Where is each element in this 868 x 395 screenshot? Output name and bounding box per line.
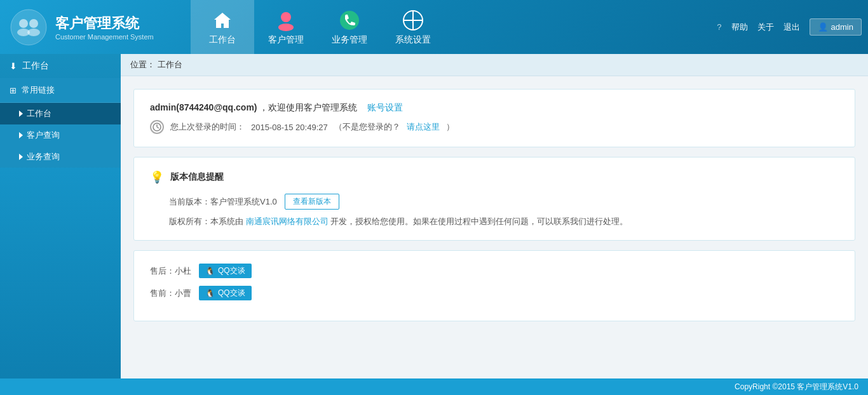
nav-customer-label: 客户管理 — [268, 34, 304, 46]
content-area: 位置： 工作台 admin(8744240@qq.com) ，欢迎使用客户管理系… — [121, 54, 868, 378]
welcome-user: admin(8744240@qq.com) — [150, 102, 257, 112]
breadcrumb-current: 工作台 — [158, 60, 182, 69]
app-title: 客户管理系统 — [55, 14, 154, 33]
clock-icon — [150, 120, 164, 134]
svg-point-2 — [29, 19, 38, 28]
sidebar-grid-icon: ⊞ — [10, 86, 17, 95]
sidebar-section: ⊞ 常用链接 工作台 客户查询 业务查询 — [0, 78, 121, 168]
aftersales-qq-button[interactable]: 🐧 QQ交谈 — [199, 264, 252, 278]
sidebar-item-customer-label: 客户查询 — [27, 130, 60, 141]
copyright-prefix: 版权所有：本系统由 — [169, 217, 243, 226]
breadcrumb: 位置： 工作台 — [121, 54, 868, 76]
help-link[interactable]: 帮助 — [731, 22, 748, 33]
svg-point-1 — [19, 19, 28, 28]
svg-marker-5 — [214, 13, 231, 28]
sidebar-item-workspace-label: 工作台 — [27, 108, 51, 119]
nav-workspace[interactable]: 工作台 — [191, 0, 254, 54]
logo-icon — [10, 8, 48, 46]
logo-area: 客户管理系统 Customer Management System — [0, 8, 191, 46]
svg-point-8 — [340, 11, 359, 30]
version-copyright: 版权所有：本系统由 南通宸讯网络有限公司 开发，授权给您使用。如果在使用过程中遇… — [150, 216, 839, 227]
version-row: 当前版本：客户管理系统V1.0 查看新版本 — [150, 194, 839, 210]
home-icon — [211, 9, 234, 32]
main-layout: ⬇ 工作台 ⊞ 常用链接 工作台 客户查询 业务查询 位置： — [0, 54, 868, 378]
sidebar-item-arrow — [19, 110, 23, 117]
contact-sales: 售前：小曹 🐧 QQ交谈 — [150, 286, 839, 300]
last-login: 您上次登录的时间： 2015-08-15 20:49:27 （不是您登录的？ 请… — [150, 120, 839, 134]
sidebar-workspace-arrow: ⬇ — [10, 61, 17, 71]
sales-qq-button[interactable]: 🐧 QQ交谈 — [199, 286, 252, 300]
sidebar-workspace-label: 工作台 — [22, 60, 49, 72]
sidebar-item-business-arrow — [19, 154, 23, 160]
check-version-button[interactable]: 查看新版本 — [285, 194, 339, 210]
admin-label: admin — [831, 22, 853, 32]
breadcrumb-prefix: 位置： — [130, 60, 155, 69]
help-icon: ? — [717, 22, 721, 32]
sales-label: 售前：小曹 — [150, 288, 191, 299]
welcome-text: admin(8744240@qq.com) ，欢迎使用客户管理系统 账号设置 — [150, 102, 839, 114]
header-right: ? 帮助 关于 退出 👤 admin — [717, 18, 868, 36]
admin-user-icon: 👤 — [818, 22, 828, 32]
bulb-icon: 💡 — [150, 170, 164, 184]
copyright-suffix: 开发，授权给您使用。如果在使用过程中遇到任何问题，可以联系我们进行处理。 — [330, 217, 628, 226]
version-title-text: 版本信息提醒 — [170, 171, 224, 183]
aftersales-qq-label: QQ交谈 — [218, 265, 245, 276]
sidebar-item-customer-query[interactable]: 客户查询 — [0, 124, 121, 146]
nav-business[interactable]: 业务管理 — [318, 0, 381, 54]
footer-copyright: CopyRight ©2015 客户管理系统V1.0 — [735, 382, 858, 392]
svg-point-4 — [27, 29, 40, 36]
sidebar-item-business-query[interactable]: 业务查询 — [0, 146, 121, 168]
sidebar-item-workspace[interactable]: 工作台 — [0, 103, 121, 124]
contact-section: 售后：小杜 🐧 QQ交谈 售前：小曹 🐧 QQ交谈 — [133, 250, 855, 321]
sidebar-section-label: 常用链接 — [22, 84, 55, 96]
nav-settings-label: 系统设置 — [395, 34, 431, 46]
nav-workspace-label: 工作台 — [209, 34, 236, 46]
app-subtitle: Customer Management System — [55, 33, 154, 41]
last-login-time: 2015-08-15 20:49:27 — [251, 123, 328, 132]
footer: CopyRight ©2015 客户管理系统V1.0 — [0, 378, 868, 395]
not-me-link[interactable]: 请点这里 — [407, 121, 440, 133]
nav-customer[interactable]: 客户管理 — [254, 0, 318, 54]
logout-link[interactable]: 退出 — [783, 22, 800, 33]
qq-icon-aftersales: 🐧 — [205, 267, 215, 276]
company-link[interactable]: 南通宸讯网络有限公司 — [246, 217, 329, 226]
last-login-prefix: 您上次登录的时间： — [170, 121, 245, 133]
last-login-close: ） — [446, 121, 454, 133]
logo-text: 客户管理系统 Customer Management System — [55, 14, 154, 41]
header: 客户管理系统 Customer Management System 工作台 客户… — [0, 0, 868, 54]
welcome-message: ，欢迎使用客户管理系统 — [259, 102, 357, 112]
version-title: 💡 版本信息提醒 — [150, 170, 839, 184]
svg-point-7 — [278, 23, 294, 31]
svg-text:+: + — [410, 15, 416, 25]
content-body: admin(8744240@qq.com) ，欢迎使用客户管理系统 账号设置 您… — [121, 76, 868, 334]
settings-icon: + — [402, 9, 424, 32]
phone-icon — [338, 9, 361, 32]
customer-icon — [275, 9, 297, 32]
account-settings-link[interactable]: 账号设置 — [367, 102, 403, 112]
version-section: 💡 版本信息提醒 当前版本：客户管理系统V1.0 查看新版本 版权所有：本系统由… — [133, 157, 855, 241]
last-login-suffix: （不是您登录的？ — [334, 121, 400, 133]
contact-aftersales: 售后：小杜 🐧 QQ交谈 — [150, 264, 839, 278]
sidebar-item-business-label: 业务查询 — [27, 151, 60, 163]
svg-line-15 — [157, 127, 159, 128]
svg-point-6 — [281, 12, 291, 22]
admin-button[interactable]: 👤 admin — [810, 18, 862, 36]
svg-point-0 — [11, 10, 46, 45]
current-version-label: 当前版本：客户管理系统V1.0 — [169, 196, 277, 208]
sidebar: ⬇ 工作台 ⊞ 常用链接 工作台 客户查询 业务查询 — [0, 54, 121, 378]
nav-area: 工作台 客户管理 业务管理 — [191, 0, 717, 54]
nav-settings[interactable]: + 系统设置 — [381, 0, 445, 54]
aftersales-label: 售后：小杜 — [150, 265, 191, 277]
sidebar-workspace-header[interactable]: ⬇ 工作台 — [0, 54, 121, 78]
welcome-section: admin(8744240@qq.com) ，欢迎使用客户管理系统 账号设置 您… — [133, 89, 855, 147]
sidebar-item-customer-arrow — [19, 132, 23, 138]
sales-qq-label: QQ交谈 — [218, 288, 245, 298]
about-link[interactable]: 关于 — [757, 22, 774, 33]
qq-icon-sales: 🐧 — [205, 289, 215, 298]
nav-business-label: 业务管理 — [332, 34, 367, 46]
sidebar-common-links[interactable]: ⊞ 常用链接 — [0, 78, 121, 103]
